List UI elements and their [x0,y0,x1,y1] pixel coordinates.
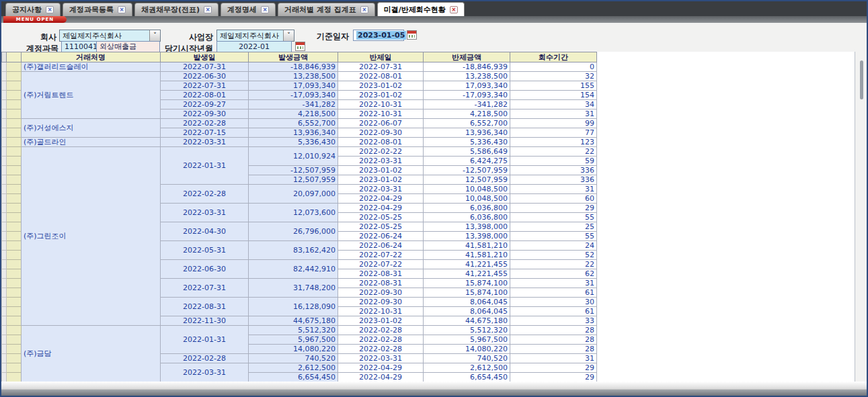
row-select-cell[interactable] [2,62,7,72]
cell-occur-date[interactable]: 2022-03-31 [161,363,249,382]
cell-customer[interactable]: (주)갤러리드슬레이 [22,62,161,72]
row-indicator-cell[interactable] [7,213,22,222]
cell-settle-amount[interactable]: 41,581,210 [424,251,510,260]
cell-collection-days[interactable]: 31 [510,109,597,119]
row-indicator-cell[interactable] [7,185,22,194]
tab-close-icon[interactable]: × [204,6,212,13]
row-indicator-cell[interactable] [7,354,22,363]
row-indicator-cell[interactable] [7,157,22,166]
cell-settle-amount[interactable]: -12,507,959 [424,166,510,175]
cell-occur-date[interactable]: 2022-03-31 [161,204,249,222]
cell-occur-amount[interactable]: 13,936,340 [249,128,338,138]
cell-collection-days[interactable]: 61 [510,288,597,298]
tab-5[interactable]: 미결/반제회수현황× [377,2,465,16]
row-select-cell[interactable] [2,345,7,354]
row-select-cell[interactable] [2,335,7,345]
cell-customer[interactable]: (주)거림트렌드 [22,72,161,119]
cell-occur-amount[interactable]: 17,093,340 [249,81,338,91]
cell-settle-amount[interactable]: 13,398,000 [424,222,510,232]
cell-collection-days[interactable]: 62 [510,269,597,279]
row-select-cell[interactable] [2,232,7,241]
cell-settle-date[interactable]: 2022-10-31 [338,307,424,316]
cell-occur-date[interactable]: 2022-09-30 [161,109,249,119]
row-indicator-cell[interactable] [7,194,22,204]
row-indicator-cell[interactable] [7,373,22,382]
calendar-icon[interactable] [295,42,305,51]
cell-occur-amount[interactable]: 4,218,500 [249,109,338,119]
cell-occur-amount[interactable]: 12,073,600 [249,204,338,222]
cell-collection-days[interactable]: 29 [510,373,597,382]
cell-settle-amount[interactable]: 41,221,455 [424,260,510,269]
cell-settle-amount[interactable]: 10,048,500 [424,194,510,204]
cell-settle-date[interactable]: 2022-08-01 [338,138,424,147]
row-select-cell[interactable] [2,373,7,382]
row-indicator-cell[interactable] [7,166,22,175]
row-select-cell[interactable] [2,194,7,204]
cell-collection-days[interactable]: 155 [510,81,597,91]
cell-settle-date[interactable]: 2023-01-02 [338,81,424,91]
row-select-cell[interactable] [2,241,7,251]
cell-settle-amount[interactable]: 2,612,500 [424,363,510,373]
row-select-cell[interactable] [2,269,7,279]
cell-occur-amount[interactable]: 6,654,450 [249,373,338,382]
cell-occur-amount[interactable]: 16,128,090 [249,298,338,316]
row-indicator-cell[interactable] [7,62,22,72]
cell-settle-amount[interactable]: 6,552,700 [424,119,510,128]
cell-settle-date[interactable]: 2022-10-31 [338,109,424,119]
cell-customer[interactable]: (주)금담 [22,326,161,382]
horizontal-scroll-area[interactable] [1,382,867,389]
cell-occur-amount[interactable]: 31,748,200 [249,279,338,298]
cell-settle-date[interactable]: 2022-09-30 [338,288,424,298]
cell-settle-date[interactable]: 2022-06-24 [338,232,424,241]
calendar-icon[interactable] [407,30,417,40]
chevron-down-icon[interactable]: ˅ [149,30,160,41]
cell-collection-days[interactable]: 123 [510,138,597,147]
cell-occur-amount[interactable]: 82,442,910 [249,260,338,279]
cell-settle-date[interactable]: 2022-04-29 [338,363,424,373]
cell-occur-amount[interactable]: 14,080,220 [249,345,338,354]
cell-settle-amount[interactable]: 13,238,500 [424,72,510,81]
cell-occur-date[interactable]: 2022-02-28 [161,185,249,204]
cell-settle-date[interactable]: 2022-06-24 [338,241,424,251]
row-select-cell[interactable] [2,72,7,81]
row-select-cell[interactable] [2,185,7,194]
row-select-cell[interactable] [2,157,7,166]
cell-collection-days[interactable]: 34 [510,100,597,109]
row-select-cell[interactable] [2,128,7,138]
cell-collection-days[interactable]: 55 [510,232,597,241]
cell-settle-date[interactable]: 2022-03-31 [338,185,424,194]
row-select-cell[interactable] [2,222,7,232]
cell-settle-amount[interactable]: 14,080,220 [424,345,510,354]
cell-occur-date[interactable]: 2022-08-01 [161,91,249,100]
cell-collection-days[interactable]: 30 [510,298,597,307]
cell-occur-date[interactable]: 2022-06-30 [161,260,249,279]
cell-settle-amount[interactable]: 5,586,649 [424,147,510,157]
row-select-cell[interactable] [2,119,7,128]
row-indicator-cell[interactable] [7,316,22,326]
cell-collection-days[interactable]: 22 [510,260,597,269]
cell-settle-amount[interactable]: 44,675,180 [424,316,510,326]
cell-settle-amount[interactable]: 5,336,430 [424,138,510,147]
row-select-cell[interactable] [2,91,7,100]
row-select-cell[interactable] [2,288,7,298]
company-select[interactable]: 제일제지주식회사 ˅ [59,30,161,42]
menu-open-button[interactable]: MENU OPEN [3,16,67,23]
cell-collection-days[interactable]: 59 [510,157,597,166]
cell-collection-days[interactable]: 154 [510,91,597,100]
cell-occur-amount[interactable]: -18,846,939 [249,62,338,72]
row-indicator-cell[interactable] [7,298,22,307]
cell-occur-amount[interactable]: 5,336,430 [249,138,338,147]
cell-occur-date[interactable]: 2022-05-31 [161,241,249,260]
base-date-input[interactable]: 2023-01-05 [353,30,404,41]
tab-close-icon[interactable]: × [450,6,458,13]
cell-occur-date[interactable]: 2022-06-30 [161,72,249,81]
cell-settle-amount[interactable]: 41,581,210 [424,241,510,251]
cell-settle-date[interactable]: 2022-07-22 [338,260,424,269]
tab-3[interactable]: 계정명세× [221,3,276,16]
row-select-cell[interactable] [2,316,7,326]
cell-settle-amount[interactable]: 17,093,340 [424,81,510,91]
cell-collection-days[interactable]: 99 [510,119,597,128]
cell-occur-date[interactable]: 2022-02-28 [161,119,249,128]
cell-collection-days[interactable]: 29 [510,204,597,213]
tab-2[interactable]: 채권채무장(전표)× [134,3,219,16]
